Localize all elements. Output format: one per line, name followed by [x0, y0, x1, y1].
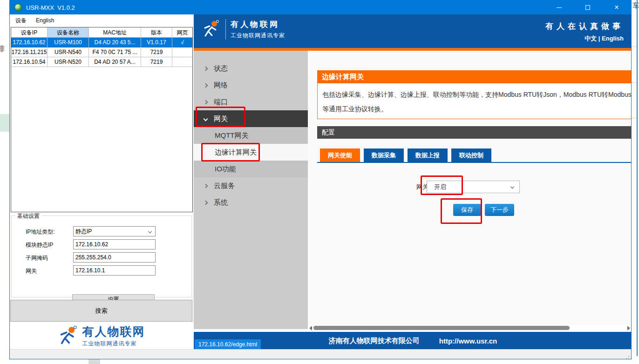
chevron-right-icon [204, 66, 208, 71]
horizontal-scrollbar[interactable] [308, 325, 632, 331]
cell-web-check [172, 47, 192, 57]
web-header: 有人物联网 工业物联网通讯专家 有人在认真做事 中文 | English [194, 14, 632, 48]
next-step-button[interactable]: 下一步 [485, 204, 514, 216]
chevron-right-icon [204, 200, 208, 205]
menu-bar: 设备 English [10, 14, 193, 27]
web-brand: 有人物联网 工业物联网通讯专家 [202, 19, 285, 40]
tab-underline [317, 162, 632, 163]
description-line: 包括边缘采集、边缘计算、边缘上报、联动控制等功能，支持Modbus RTU转Js… [322, 88, 632, 102]
status-url-tooltip: 172.16.10.62/edge.html [195, 339, 261, 350]
nav-item-mqtt-gateway[interactable]: MQTT网关 [194, 127, 308, 144]
column-header-mac[interactable]: MAC地址 [89, 27, 141, 37]
column-header-version[interactable]: 版本 [141, 27, 172, 37]
title-bar[interactable]: USR-MXX V1.0.2 × [10, 0, 631, 14]
search-button[interactable]: 搜索 [10, 300, 192, 322]
background-text-fragment: 车 [632, 1, 639, 10]
cell-web-check [172, 57, 192, 67]
gateway-label: 网关 [26, 267, 37, 275]
description-line: 等通用工业协议转换。 [322, 102, 632, 116]
nav-item-io-function[interactable]: IO功能 [194, 161, 308, 177]
brand-name: 有人物联网 [82, 324, 145, 339]
nav-item-system[interactable]: 系统 [194, 194, 308, 211]
table-row[interactable]: 172.16.10.54 USR-N520 D4 AD 20 57 A... 7… [11, 57, 192, 67]
close-button[interactable]: × [602, 0, 631, 14]
cell-mac: D4 AD 20 43 5... [89, 38, 141, 47]
subnet-mask-input[interactable] [73, 252, 156, 263]
chevron-down-icon [510, 185, 514, 189]
maximize-icon [585, 5, 590, 10]
resize-grip-icon[interactable] [628, 356, 629, 357]
web-sidebar-nav: 状态 网络 端口 网关 MQTT网关 边缘计算网关 IO功能 [194, 51, 308, 329]
ip-type-label: IP地址类型: [26, 228, 55, 236]
gateway-input[interactable] [73, 265, 156, 276]
usr-logo: 有人物联网 工业物联网通讯专家 [10, 323, 193, 349]
table-row[interactable]: 172.16.10.62 USR-M100 D4 AD 20 43 5... V… [11, 38, 192, 47]
close-icon: × [614, 4, 619, 11]
nav-item-cloud-service[interactable]: 云服务 [194, 177, 308, 194]
cell-ip: 172.16.10.54 [11, 57, 48, 67]
window-title: USR-MXX V1.0.2 [26, 4, 75, 11]
background-border-line [637, 0, 638, 356]
scroll-right-arrow-icon[interactable] [627, 326, 630, 330]
subnet-mask-label: 子网掩码 [26, 254, 48, 262]
nav-item-network[interactable]: 网络 [194, 77, 308, 94]
web-motto: 有人在认真做事 [545, 21, 624, 32]
footer-company: 济南有人物联网技术有限公司 [329, 337, 420, 345]
device-panel: 设备 English 设备IP 设备名称 MAC地址 版本 网页 172.16.… [10, 14, 193, 350]
table-row[interactable]: 172.16.11.215 USR-N540 F4 70 0C 71 75 ..… [11, 47, 192, 57]
cell-ip: 172.16.10.62 [11, 38, 48, 47]
annotation-box-enable-select [421, 175, 463, 195]
column-header-ip[interactable]: 设备IP [11, 27, 48, 37]
usr-person-icon [58, 326, 79, 346]
cell-version: V1.0.17 [141, 38, 172, 47]
cell-mac: F4 70 0C 71 75 ... [89, 47, 141, 57]
app-window: USR-MXX V1.0.2 × 设备 English 设备IP 设备名称 MA… [9, 0, 632, 359]
tab-data-collection[interactable]: 数据采集 [364, 148, 404, 162]
config-section-title: 配置 [317, 126, 632, 139]
basic-settings-legend: 基础设置 [15, 212, 41, 220]
brand-slogan: 工业物联网通讯专家 [82, 340, 145, 348]
nav-item-status[interactable]: 状态 [194, 60, 308, 77]
web-brand-slogan: 工业物联网通讯专家 [231, 32, 285, 40]
cell-ip: 172.16.11.215 [11, 47, 48, 57]
cell-name: USR-M100 [48, 38, 89, 47]
chevron-right-icon [204, 183, 208, 188]
menu-language[interactable]: English [31, 15, 59, 26]
tab-data-report[interactable]: 数据上报 [408, 148, 448, 162]
ip-type-select[interactable]: 静态IP [73, 226, 156, 236]
app-icon [14, 4, 22, 11]
scrollbar-thumb[interactable] [313, 326, 570, 330]
ip-type-value: 静态IP [75, 228, 92, 235]
device-table-header[interactable]: 设备IP 设备名称 MAC地址 版本 网页 [11, 27, 192, 38]
tab-linkage-control[interactable]: 联动控制 [451, 148, 491, 162]
minimize-button[interactable] [544, 0, 573, 14]
maximize-button[interactable] [573, 0, 602, 14]
column-header-web[interactable]: 网页 [172, 27, 192, 37]
page-description: 包括边缘采集、边缘计算、边缘上报、联动控制等功能，支持Modbus RTU转Js… [317, 83, 632, 119]
menu-device[interactable]: 设备 [11, 15, 31, 27]
column-header-name[interactable]: 设备名称 [48, 27, 89, 37]
annotation-box-save-button [441, 198, 482, 224]
device-table: 设备IP 设备名称 MAC地址 版本 网页 172.16.10.62 USR-M… [11, 27, 193, 212]
config-tabs: 网关使能 数据采集 数据上报 联动控制 [320, 148, 491, 162]
cell-web-check: √ [172, 38, 192, 47]
footer-url[interactable]: http://www.usr.cn [439, 337, 497, 345]
static-ip-label: 模块静态IP [26, 241, 53, 249]
cell-name: USR-N520 [48, 57, 89, 67]
background-text-fragment: 排 [0, 44, 5, 54]
static-ip-input[interactable] [73, 239, 156, 249]
background-window-right-sliver: 车 [632, 0, 639, 364]
page-title: 边缘计算网关 [317, 70, 632, 83]
scroll-left-arrow-icon[interactable] [309, 326, 312, 330]
minimize-icon [557, 7, 562, 8]
annotation-box-gateway-nav [196, 107, 245, 127]
background-window-left-sliver: 排 [0, 0, 9, 364]
language-switch[interactable]: 中文 | English [545, 34, 624, 43]
usr-person-icon [202, 19, 221, 40]
cell-version: 7219 [141, 57, 172, 67]
app-status-bar [10, 349, 631, 359]
annotation-box-edge-gateway-nav [201, 143, 260, 162]
chevron-down-icon [148, 229, 152, 233]
chevron-right-icon [204, 83, 208, 88]
tab-gateway-enable[interactable]: 网关使能 [320, 148, 360, 162]
